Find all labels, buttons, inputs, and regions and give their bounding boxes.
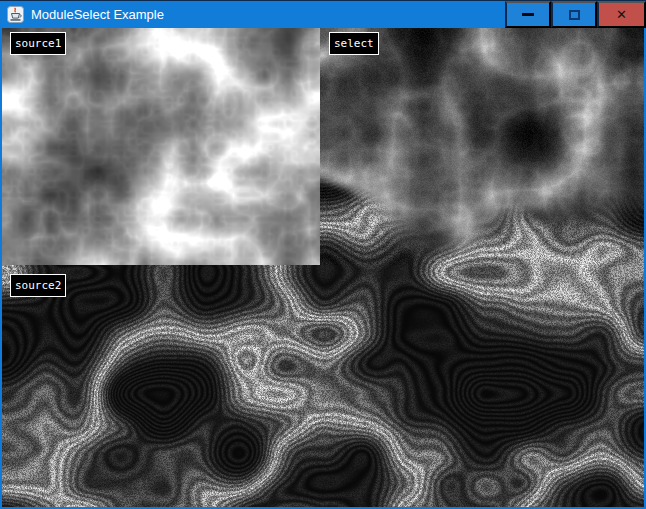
app-window: ModuleSelect Example ✕ source1 select so… (0, 0, 646, 509)
close-x-icon: ✕ (616, 8, 627, 21)
close-button[interactable]: ✕ (597, 1, 646, 28)
minimize-dash-icon (522, 13, 534, 16)
client-area: source1 select source2 (2, 28, 644, 507)
titlebar[interactable]: ModuleSelect Example ✕ (0, 0, 646, 28)
noise-render-canvas (2, 28, 644, 507)
image-label-source1: source1 (10, 32, 66, 55)
maximize-button[interactable] (551, 1, 597, 28)
window-title: ModuleSelect Example (31, 7, 505, 22)
image-label-source2: source2 (10, 274, 66, 297)
java-coffee-cup-icon[interactable] (7, 6, 24, 23)
window-controls: ✕ (505, 1, 646, 28)
minimize-button[interactable] (505, 1, 551, 28)
image-label-select: select (329, 32, 379, 55)
maximize-square-icon (569, 10, 580, 20)
